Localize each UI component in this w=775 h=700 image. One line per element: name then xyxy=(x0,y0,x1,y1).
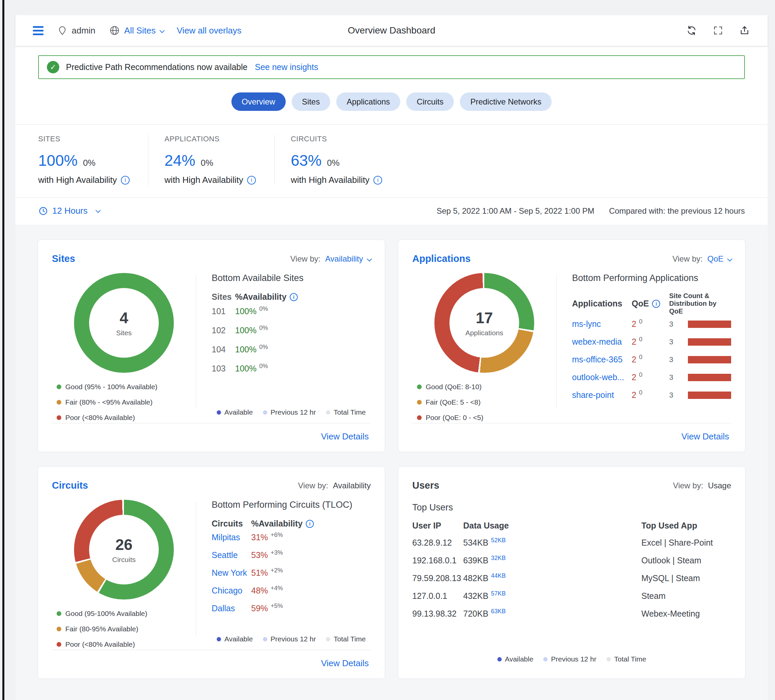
table-row: 63.28.9.12 534KB52KB Excel | Share-Point xyxy=(412,534,731,552)
card-sites: Sites View by: Availability 4 Sites xyxy=(38,239,385,452)
qoe-distribution-bar xyxy=(688,338,731,346)
panel-title: Bottom Performing Circuits (TLOC) xyxy=(212,500,371,510)
tab-predictive-networks[interactable]: Predictive Networks xyxy=(460,92,552,111)
donut-value: 17 xyxy=(476,309,493,327)
delta-sup: 63KB xyxy=(491,608,506,615)
kpi-label: CIRCUITS xyxy=(291,135,382,143)
poor-dot xyxy=(417,415,422,420)
user-ip: 79.59.208.13 xyxy=(412,574,463,583)
app-link[interactable]: outlook-web... xyxy=(572,372,632,382)
view-by-dropdown[interactable]: Availability xyxy=(325,254,371,264)
legend-label: Fair (QoE: 5 - <8) xyxy=(426,398,481,406)
info-icon[interactable]: i xyxy=(373,176,382,185)
clock-icon xyxy=(38,206,48,216)
site-id: 101 xyxy=(212,306,235,316)
column-header: %Availability xyxy=(251,519,303,529)
legend-label: Good (QoE: 8-10) xyxy=(426,383,482,391)
info-icon[interactable]: i xyxy=(121,176,130,185)
column-header: QoE xyxy=(632,299,649,308)
qoe-distribution-bar xyxy=(688,321,731,328)
total-dot xyxy=(607,657,611,662)
column-header: Top Used App xyxy=(641,521,731,530)
sites-donut-chart: 4 Sites xyxy=(74,273,174,373)
table-row: ms-office-365 20 3 xyxy=(572,351,731,368)
notification-banner: ✓ Predictive Path Recommendations now av… xyxy=(38,55,745,79)
column-header: Circuits xyxy=(212,519,251,529)
view-all-overlays-link[interactable]: View all overlays xyxy=(177,25,241,36)
app-link[interactable]: ms-office-365 xyxy=(572,355,632,364)
refresh-icon[interactable] xyxy=(686,25,697,36)
circuit-link[interactable]: Milpitas xyxy=(212,532,251,542)
circuit-link[interactable]: Chicago xyxy=(212,586,251,595)
user-ip: 127.0.0.1 xyxy=(412,591,463,601)
data-usage: 432KB xyxy=(463,591,488,600)
app-link[interactable]: ms-lync xyxy=(572,319,632,329)
view-details-link[interactable]: View Details xyxy=(321,431,369,441)
delta-sup: 57KB xyxy=(491,590,506,597)
circuit-link[interactable]: Seattle xyxy=(212,550,251,560)
view-by-dropdown[interactable]: QoE xyxy=(707,254,731,264)
kpi-delta: 0% xyxy=(201,158,213,168)
see-new-insights-link[interactable]: See new insights xyxy=(255,62,318,72)
availability-value: 100% xyxy=(235,345,256,354)
circuit-link[interactable]: Dallas xyxy=(212,604,251,613)
qoe-value: 2 xyxy=(632,319,636,329)
view-by-value: Availability xyxy=(333,481,371,490)
chevron-down-icon xyxy=(160,28,165,33)
username: admin xyxy=(72,25,95,36)
panel-title: Top Users xyxy=(412,502,731,513)
table-row: Chicago 48%+4% xyxy=(212,582,371,600)
circuit-link[interactable]: New York xyxy=(212,568,251,578)
time-range-selector[interactable]: 12 Hours xyxy=(38,206,100,216)
circuits-donut-chart: 26 Circuits xyxy=(74,500,174,600)
site-count: 3 xyxy=(669,355,688,364)
user-ip: 63.28.9.12 xyxy=(412,538,463,548)
table-row: share-point 20 3 xyxy=(572,386,731,404)
banner-message: Predictive Path Recommendations now avai… xyxy=(66,62,248,72)
card-title: Applications xyxy=(412,253,471,264)
previous-dot xyxy=(543,657,547,662)
fullscreen-icon[interactable] xyxy=(713,25,723,36)
availability-value: 48% xyxy=(251,586,268,595)
view-details-link[interactable]: View Details xyxy=(681,431,729,441)
info-icon[interactable]: i xyxy=(306,520,314,528)
user-ip: 99.13.98.32 xyxy=(412,609,463,619)
card-title: Circuits xyxy=(52,480,88,491)
tab-sites[interactable]: Sites xyxy=(292,92,330,111)
bar-legend: Available Previous 12 hr Total Time xyxy=(212,408,371,418)
qoe-value: 2 xyxy=(632,355,636,364)
column-header: User IP xyxy=(412,521,463,530)
tab-applications[interactable]: Applications xyxy=(336,92,400,111)
tab-overview[interactable]: Overview xyxy=(231,92,286,111)
donut-label: Applications xyxy=(465,329,503,337)
app-link[interactable]: webex-media xyxy=(572,337,632,347)
donut-value: 4 xyxy=(120,309,128,327)
kpi-delta: 0% xyxy=(83,158,96,168)
delta-sup: 0 xyxy=(639,389,642,396)
card-applications: Applications View by: QoE 17 Application… xyxy=(398,239,745,452)
table-row: 101 100%0% xyxy=(212,302,371,321)
donut-label: Circuits xyxy=(112,555,136,564)
time-period: Sep 5, 2022 1:00 AM - Sep 5, 2022 1:00 P… xyxy=(436,206,594,216)
status-legend: Good (95% - 100% Available) Fair (80% - … xyxy=(52,383,196,429)
donut-label: Sites xyxy=(116,329,132,337)
time-filter-row: 12 Hours Sep 5, 2022 1:00 AM - Sep 5, 20… xyxy=(15,198,768,225)
tab-circuits[interactable]: Circuits xyxy=(406,92,454,111)
view-details-link[interactable]: View Details xyxy=(321,658,369,668)
total-dot xyxy=(326,637,330,642)
menu-icon[interactable] xyxy=(33,26,43,35)
kpi-label: APPLICATIONS xyxy=(165,135,256,143)
donut-value: 26 xyxy=(115,535,132,554)
card-title: Users xyxy=(412,480,439,491)
kpi-applications: APPLICATIONS 24% 0% with High Availabili… xyxy=(148,135,274,185)
legend-label: Poor (QoE: 0 - <5) xyxy=(426,414,483,422)
site-selector[interactable]: All Sites xyxy=(124,25,163,36)
info-icon[interactable]: i xyxy=(652,300,660,308)
export-icon[interactable] xyxy=(739,25,750,36)
fair-dot xyxy=(57,400,61,405)
info-icon[interactable]: i xyxy=(290,293,298,301)
top-used-app: MySQL | Steam xyxy=(641,574,731,583)
info-icon[interactable]: i xyxy=(247,176,256,185)
availability-value: 100% xyxy=(235,306,256,316)
app-link[interactable]: share-point xyxy=(572,390,632,400)
